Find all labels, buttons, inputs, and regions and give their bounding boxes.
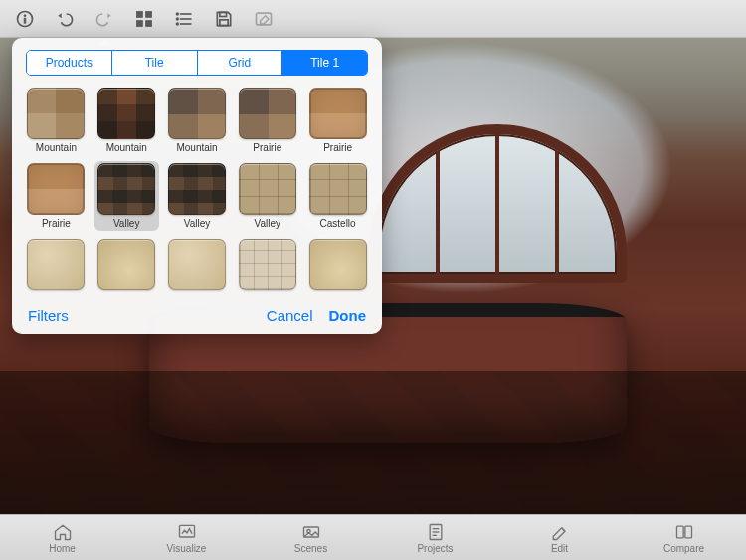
tab-edit[interactable]: Edit	[515, 522, 605, 554]
svg-rect-4	[146, 11, 152, 17]
tab-projects[interactable]: Projects	[391, 522, 480, 554]
svg-rect-6	[146, 20, 152, 26]
swatch-thumb	[239, 239, 296, 290]
tab-label: Scenes	[294, 543, 327, 554]
tab-label: Projects	[417, 543, 453, 554]
svg-rect-23	[676, 526, 683, 538]
edit-icon	[253, 8, 275, 30]
tab-label: Home	[49, 543, 76, 554]
swatch-label: Mountain	[36, 142, 77, 153]
swatch-mountain-2[interactable]: Mountain	[165, 86, 230, 155]
done-button[interactable]: Done	[329, 307, 367, 324]
tab-grid[interactable]: Grid	[198, 51, 283, 75]
tab-products[interactable]: Products	[27, 51, 112, 75]
grid-icon[interactable]	[133, 8, 155, 30]
tab-label: Visualize	[167, 543, 207, 554]
swatch-label: Castello	[320, 218, 356, 229]
swatch-mountain-0[interactable]: Mountain	[24, 86, 89, 155]
swatch-tile-10[interactable]	[24, 237, 89, 295]
swatch-label: Prairie	[253, 142, 281, 153]
svg-rect-16	[179, 525, 194, 537]
svg-rect-14	[220, 19, 228, 25]
swatch-thumb	[168, 88, 226, 139]
swatch-thumb	[239, 88, 296, 139]
tile-picker-popover: ProductsTileGridTile 1 MountainMountainM…	[12, 38, 382, 334]
swatch-thumb	[97, 239, 155, 290]
swatch-castello-9[interactable]: Castello	[305, 161, 370, 231]
swatch-thumb	[27, 239, 85, 290]
swatch-tile-14[interactable]	[305, 237, 370, 295]
tab-scenes[interactable]: Scenes	[267, 522, 356, 554]
swatch-thumb	[168, 239, 226, 290]
swatch-tile-13[interactable]	[235, 237, 299, 295]
swatch-label: Prairie	[42, 218, 71, 229]
swatch-valley-8[interactable]: Valley	[235, 161, 299, 231]
swatch-thumb	[168, 163, 226, 215]
redo-icon	[93, 8, 115, 30]
tab-tile-1[interactable]: Tile 1	[282, 51, 367, 75]
swatch-tile-12[interactable]	[165, 237, 230, 295]
swatch-thumb	[239, 163, 296, 215]
tab-tile[interactable]: Tile	[112, 51, 198, 75]
swatch-prairie-3[interactable]: Prairie	[235, 86, 299, 155]
popover-footer: Filters Cancel Done	[22, 301, 372, 326]
tab-label: Compare	[663, 543, 704, 554]
bottom-tab-bar: HomeVisualizeScenesProjectsEditCompare	[0, 514, 746, 560]
swatch-label: Valley	[255, 218, 281, 229]
svg-point-12	[177, 23, 179, 25]
swatch-label: Prairie	[323, 142, 352, 153]
filters-button[interactable]: Filters	[28, 307, 69, 324]
cancel-button[interactable]: Cancel	[267, 307, 313, 324]
scene-window	[368, 124, 627, 283]
swatch-mountain-1[interactable]: Mountain	[94, 86, 159, 155]
info-icon[interactable]	[14, 8, 36, 30]
swatch-thumb	[97, 88, 155, 139]
tab-label: Edit	[551, 543, 568, 554]
swatch-label: Valley	[184, 218, 211, 229]
swatch-thumb	[309, 88, 367, 139]
swatch-grid: MountainMountainMountainPrairiePrairiePr…	[22, 86, 372, 301]
swatch-thumb	[97, 163, 155, 215]
svg-point-11	[177, 18, 179, 20]
svg-point-1	[24, 14, 26, 16]
svg-rect-24	[684, 526, 691, 538]
swatch-prairie-5[interactable]: Prairie	[24, 161, 89, 231]
save-icon[interactable]	[213, 8, 235, 30]
svg-rect-5	[137, 20, 143, 26]
swatch-tile-11[interactable]	[94, 237, 159, 295]
swatch-thumb	[27, 88, 85, 139]
swatch-label: Mountain	[176, 142, 217, 153]
swatch-label: Mountain	[106, 142, 147, 153]
tab-visualize[interactable]: Visualize	[142, 522, 232, 554]
swatch-thumb	[309, 163, 367, 215]
swatch-thumb	[27, 163, 85, 215]
swatch-valley-6[interactable]: Valley	[94, 161, 159, 231]
svg-rect-2	[24, 18, 26, 23]
swatch-thumb	[309, 239, 367, 290]
swatch-valley-7[interactable]: Valley	[165, 161, 230, 231]
undo-icon[interactable]	[54, 8, 76, 30]
list-icon[interactable]	[173, 8, 195, 30]
swatch-label: Valley	[113, 218, 140, 229]
svg-rect-13	[220, 12, 227, 16]
svg-point-10	[177, 13, 179, 15]
segmented-control: ProductsTileGridTile 1	[26, 50, 368, 76]
svg-rect-3	[137, 11, 143, 17]
tab-compare[interactable]: Compare	[640, 522, 729, 554]
swatch-prairie-4[interactable]: Prairie	[305, 86, 370, 155]
tab-home[interactable]: Home	[18, 522, 107, 554]
